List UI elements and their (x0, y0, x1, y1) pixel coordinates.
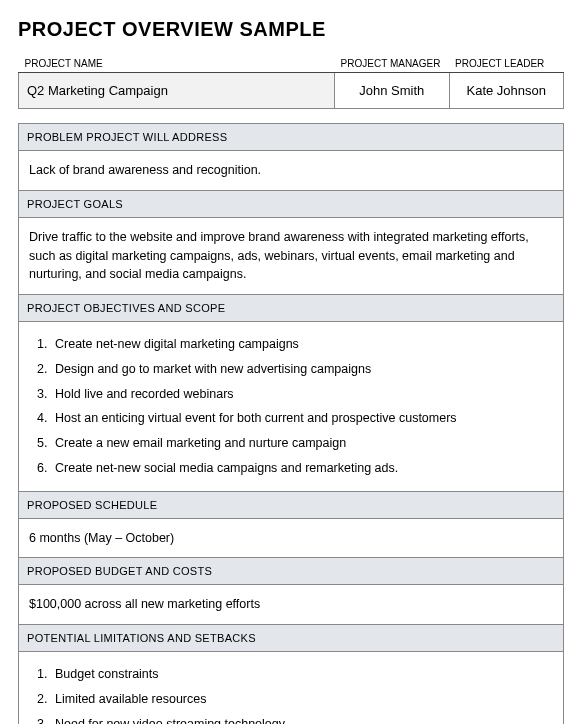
list-item: Create net-new social media campaigns an… (51, 456, 553, 481)
header-label-leader: PROJECT LEADER (449, 55, 563, 73)
list-item: Hold live and recorded webinars (51, 382, 553, 407)
header-label-name: PROJECT NAME (19, 55, 335, 73)
section-head-problem: PROBLEM PROJECT WILL ADDRESS (19, 124, 563, 151)
section-head-budget: PROPOSED BUDGET AND COSTS (19, 557, 563, 585)
header-value-leader: Kate Johnson (449, 73, 563, 109)
list-item: Need for new video streaming technology (51, 712, 553, 725)
section-head-goals: PROJECT GOALS (19, 190, 563, 218)
section-body-objectives: Create net-new digital marketing campaig… (19, 322, 563, 491)
section-head-schedule: PROPOSED SCHEDULE (19, 491, 563, 519)
limitations-list: Budget constraints Limited available res… (29, 662, 553, 724)
project-header-table: PROJECT NAME PROJECT MANAGER PROJECT LEA… (18, 55, 564, 109)
section-body-schedule: 6 months (May – October) (19, 519, 563, 558)
header-value-manager: John Smith (335, 73, 449, 109)
header-label-manager: PROJECT MANAGER (335, 55, 449, 73)
header-value-name: Q2 Marketing Campaign (19, 73, 335, 109)
section-head-objectives: PROJECT OBJECTIVES AND SCOPE (19, 294, 563, 322)
section-head-limitations: POTENTIAL LIMITATIONS AND SETBACKS (19, 624, 563, 652)
section-body-limitations: Budget constraints Limited available res… (19, 652, 563, 724)
list-item: Create net-new digital marketing campaig… (51, 332, 553, 357)
sections-container: PROBLEM PROJECT WILL ADDRESS Lack of bra… (18, 123, 564, 724)
list-item: Design and go to market with new adverti… (51, 357, 553, 382)
list-item: Limited available resources (51, 687, 553, 712)
section-body-problem: Lack of brand awareness and recognition. (19, 151, 563, 190)
list-item: Create a new email marketing and nurture… (51, 431, 553, 456)
list-item: Budget constraints (51, 662, 553, 687)
section-body-budget: $100,000 across all new marketing effort… (19, 585, 563, 624)
section-body-goals: Drive traffic to the website and improve… (19, 218, 563, 294)
list-item: Host an enticing virtual event for both … (51, 406, 553, 431)
objectives-list: Create net-new digital marketing campaig… (29, 332, 553, 481)
page-title: PROJECT OVERVIEW SAMPLE (18, 18, 564, 41)
